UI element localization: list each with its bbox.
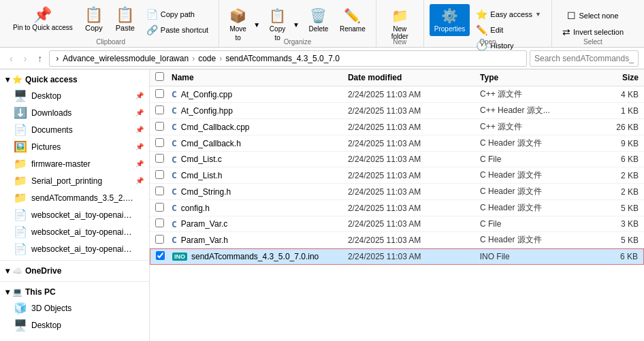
pictures-icon: 🖼️ (14, 140, 27, 153)
c-file-icon: C (172, 138, 177, 148)
table-row[interactable]: C Cmd_List.h 2/24/2025 11:03 AM C Header… (150, 167, 644, 184)
row-checkbox-4[interactable] (155, 154, 164, 163)
table-row[interactable]: C Cmd_Callback.h 2/24/2025 11:03 AM C He… (150, 135, 644, 152)
file-type-cell-7: C Header 源文件 (480, 202, 585, 214)
file-type-cell-3: C Header 源文件 (480, 137, 585, 149)
sendat1-label: sendATcommands_3.5_2.8_2.4 (31, 193, 133, 203)
row-check-7[interactable] (155, 203, 172, 214)
paste-shortcut-button[interactable]: 🔗 Paste shortcut (142, 22, 213, 37)
path-part-3[interactable]: sendATcommands_4.3_5.0_7.0 (223, 53, 342, 64)
properties-button[interactable]: ⚙️ Properties (430, 4, 470, 36)
table-row[interactable]: C config.h 2/24/2025 11:03 AM C Header 源… (150, 200, 644, 216)
table-row[interactable]: C At_Config.cpp 2/24/2025 11:03 AM C++ 源… (150, 86, 644, 103)
table-row[interactable]: INO sendATcommands_4.3_5.0_7.0.ino 2/24/… (150, 248, 644, 265)
header-name[interactable]: Name (172, 73, 348, 82)
sidebar-item-firmware[interactable]: 📁 firmware-master 📌 (0, 155, 149, 172)
rename-button[interactable]: ✏️ Rename (335, 4, 370, 36)
path-part-root[interactable]: › (54, 53, 61, 64)
sidebar-item-pictures[interactable]: 🖼️ Pictures 📌 (0, 138, 149, 155)
row-checkbox-7[interactable] (155, 203, 164, 212)
edit-button[interactable]: ✏️ Edit (471, 22, 546, 37)
ino-file-icon: INO (172, 253, 187, 261)
row-check-4[interactable] (155, 154, 172, 165)
sidebar-item-websocket3[interactable]: 📄 websocket_ai_toy-openai.ino (0, 240, 149, 257)
sidebar-item-3d-objects[interactable]: 🧊 3D Objects (0, 299, 149, 316)
row-check-3[interactable] (155, 138, 172, 149)
file-name-cell-9: C Param_Var.h (172, 235, 348, 245)
move-to-arrow[interactable]: ▼ (251, 18, 263, 32)
row-checkbox-8[interactable] (155, 218, 164, 227)
select-all-checkbox[interactable] (155, 72, 164, 81)
c-file-icon: C (172, 186, 177, 197)
header-check[interactable] (155, 72, 172, 83)
copy-to-arrow[interactable]: ▼ (291, 18, 302, 32)
firmware-pin: 📌 (135, 160, 144, 167)
easy-access-button[interactable]: ⭐ Easy access ▼ (471, 7, 546, 22)
row-checkbox-3[interactable] (155, 138, 164, 147)
row-checkbox-5[interactable] (155, 170, 164, 179)
copy-button[interactable]: 📋 Copy (79, 4, 109, 35)
desktop-label: Desktop (31, 91, 61, 101)
table-row[interactable]: C Cmd_Callback.cpp 2/24/2025 11:03 AM C+… (150, 119, 644, 135)
path-sep-1: › (192, 54, 195, 63)
row-checkbox-6[interactable] (155, 186, 164, 195)
sidebar-item-documents[interactable]: 📄 Documents 📌 (0, 121, 149, 138)
row-checkbox-1[interactable] (155, 105, 164, 114)
select-none-button[interactable]: ☐ Select none (562, 8, 623, 23)
up-button[interactable]: ↑ (33, 51, 46, 66)
header-date[interactable]: Date modified (348, 73, 480, 82)
sidebar-item-desktop2[interactable]: 🖥️ Desktop (0, 316, 149, 334)
row-check-1[interactable] (155, 105, 172, 116)
table-row[interactable]: C Param_Var.h 2/24/2025 11:03 AM C Heade… (150, 232, 644, 248)
path-part-1[interactable]: Advance_wirelessmodule_lorawan (61, 53, 191, 64)
forward-button[interactable]: › (20, 51, 31, 66)
row-check-6[interactable] (155, 186, 172, 197)
file-list-header: Name Date modified Type Size (150, 69, 644, 86)
sidebar-item-websocket1[interactable]: 📄 websocket_ai_toy-openai.ino (0, 206, 149, 223)
table-row[interactable]: C Param_Var.c 2/24/2025 11:03 AM C File … (150, 216, 644, 232)
desktop2-label: Desktop (31, 321, 61, 330)
delete-button[interactable]: 🗑️ Delete (304, 4, 334, 36)
row-check-5[interactable] (155, 170, 172, 181)
header-type[interactable]: Type (480, 73, 585, 82)
sidebar-section-quick-access[interactable]: ▾ ⭐ Quick access (0, 72, 149, 87)
sidebar-section-this-pc[interactable]: ▾ 💻 This PC (0, 285, 149, 299)
row-check-0[interactable] (155, 89, 172, 100)
file-size-cell-9: 5 KB (585, 236, 639, 245)
table-row[interactable]: C At_Config.hpp 2/24/2025 11:03 AM C++ H… (150, 103, 644, 119)
file-date-cell-7: 2/24/2025 11:03 AM (348, 204, 480, 213)
row-check-2[interactable] (155, 122, 172, 133)
header-size[interactable]: Size (585, 73, 639, 82)
table-row[interactable]: C Cmd_String.h 2/24/2025 11:03 AM C Head… (150, 184, 644, 200)
paste-label: Paste (116, 24, 135, 32)
file-name-5: Cmd_List.h (181, 171, 223, 180)
sidebar-item-sendat1[interactable]: 📁 sendATcommands_3.5_2.8_2.4 (0, 189, 149, 206)
row-checkbox-10[interactable] (156, 251, 165, 260)
file-name-7: config.h (181, 204, 210, 213)
sidebar-section-onedrive[interactable]: ▾ ☁️ OneDrive (0, 263, 149, 278)
sidebar-item-serial[interactable]: 📁 Serial_port_printing 📌 (0, 172, 149, 189)
copy-path-button[interactable]: 📄 Copy path (142, 7, 213, 22)
sidebar-item-downloads[interactable]: ⬇️ Downloads 📌 (0, 104, 149, 121)
sidebar-item-websocket2[interactable]: 📄 websocket_ai_toy-openai.ino (0, 223, 149, 240)
onedrive-chevron: ▾ (5, 266, 10, 276)
pin-to-quick-access-button[interactable]: 📌 Pin to Quick access (8, 4, 78, 35)
delete-label: Delete (309, 25, 329, 33)
file-size-cell-6: 2 KB (585, 187, 639, 197)
back-button[interactable]: ‹ (5, 51, 17, 66)
ribbon-group-new: 📁 Newfolder New (376, 0, 424, 47)
file-date-cell-4: 2/24/2025 11:03 AM (348, 155, 480, 164)
row-check-9[interactable] (155, 235, 172, 246)
table-row[interactable]: C Cmd_List.c 2/24/2025 11:03 AM C File 6… (150, 152, 644, 167)
sidebar-item-desktop[interactable]: 🖥️ Desktop 📌 (0, 87, 149, 104)
paste-button[interactable]: 📋 Paste (110, 4, 140, 35)
row-check-10[interactable] (156, 251, 172, 262)
row-checkbox-2[interactable] (155, 122, 164, 131)
row-checkbox-9[interactable] (155, 235, 164, 244)
invert-selection-button[interactable]: ⇄ Invert selection (558, 25, 628, 39)
row-checkbox-0[interactable] (155, 89, 164, 98)
path-part-2[interactable]: code (196, 53, 218, 64)
file-type-cell-5: C Header 源文件 (480, 169, 585, 181)
file-name-8: Param_Var.c (181, 219, 227, 229)
row-check-8[interactable] (155, 218, 172, 229)
